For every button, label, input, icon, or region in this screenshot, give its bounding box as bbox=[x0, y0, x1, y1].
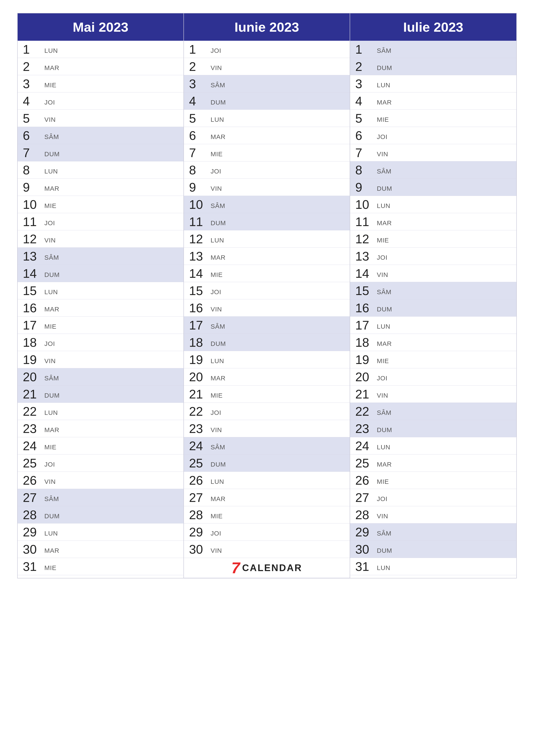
day-number: 28 bbox=[23, 509, 42, 521]
calendar-body: 1LUN2MAR3MIE4JOI5VIN6SÂM7DUM8LUN9MAR10MI… bbox=[18, 41, 516, 578]
day-name: LUN bbox=[211, 237, 224, 245]
day-row-0-6: 6SÂM bbox=[18, 127, 184, 144]
day-row-2-19: 19MIE bbox=[350, 351, 516, 368]
day-row-0-15: 15LUN bbox=[18, 282, 184, 299]
day-name: VIN bbox=[44, 116, 56, 124]
day-number: 15 bbox=[189, 284, 208, 297]
day-row-0-22: 22LUN bbox=[18, 403, 184, 420]
day-name: VIN bbox=[211, 426, 222, 435]
day-number: 17 bbox=[355, 319, 375, 332]
day-row-1-21: 21MIE bbox=[184, 386, 350, 403]
calendar-header: Mai 2023 Iunie 2023 Iulie 2023 bbox=[18, 14, 516, 41]
day-name: LUN bbox=[377, 202, 390, 211]
day-number: 31 bbox=[23, 560, 42, 573]
day-row-2-30: 30DUM bbox=[350, 541, 516, 558]
day-name: LUN bbox=[211, 116, 224, 124]
day-row-2-21: 21VIN bbox=[350, 386, 516, 403]
day-number: 18 bbox=[189, 336, 208, 349]
day-number: 4 bbox=[189, 95, 208, 107]
day-number: 11 bbox=[355, 216, 375, 228]
day-name: JOI bbox=[44, 340, 55, 349]
day-row-0-19: 19VIN bbox=[18, 351, 184, 368]
day-name: SÂM bbox=[377, 530, 392, 538]
day-name: MIE bbox=[211, 150, 223, 159]
day-row-0-24: 24MIE bbox=[18, 437, 184, 454]
day-number: 16 bbox=[355, 302, 375, 314]
day-row-1-11: 11DUM bbox=[184, 213, 350, 230]
day-number: 10 bbox=[189, 198, 208, 211]
day-name: MIE bbox=[44, 323, 56, 332]
logo-row: 7 CALENDAR bbox=[184, 558, 350, 578]
day-name: VIN bbox=[44, 478, 56, 487]
day-name: SÂM bbox=[44, 375, 59, 383]
day-name: MAR bbox=[211, 133, 226, 142]
day-row-0-20: 20SÂM bbox=[18, 368, 184, 386]
day-name: DUM bbox=[211, 219, 226, 228]
day-name: VIN bbox=[377, 512, 388, 521]
day-number: 27 bbox=[355, 491, 375, 504]
day-name: SÂM bbox=[377, 409, 392, 418]
day-name: MIE bbox=[211, 512, 223, 521]
day-name: SÂM bbox=[377, 288, 392, 297]
day-row-1-25: 25DUM bbox=[184, 454, 350, 472]
day-row-1-19: 19LUN bbox=[184, 351, 350, 368]
day-number: 9 bbox=[23, 181, 42, 194]
day-name: MAR bbox=[211, 495, 226, 504]
day-name: VIN bbox=[211, 64, 222, 73]
day-name: VIN bbox=[211, 306, 222, 314]
calendar-container: Mai 2023 Iunie 2023 Iulie 2023 1LUN2MAR3… bbox=[17, 13, 517, 579]
logo-seven-icon: 7 bbox=[232, 560, 240, 576]
day-number: 21 bbox=[23, 388, 42, 400]
day-name: DUM bbox=[377, 64, 392, 73]
day-number: 13 bbox=[23, 250, 42, 262]
day-number: 15 bbox=[23, 284, 42, 297]
day-number: 10 bbox=[355, 198, 375, 211]
day-row-0-11: 11JOI bbox=[18, 213, 184, 230]
day-name: DUM bbox=[44, 150, 60, 159]
day-row-1-23: 23VIN bbox=[184, 420, 350, 437]
day-number: 24 bbox=[355, 440, 375, 452]
day-row-0-29: 29LUN bbox=[18, 524, 184, 541]
day-row-2-9: 9DUM bbox=[350, 179, 516, 196]
day-number: 23 bbox=[189, 422, 208, 435]
day-name: JOI bbox=[211, 530, 221, 538]
day-name: LUN bbox=[377, 81, 390, 90]
day-row-2-28: 28VIN bbox=[350, 506, 516, 524]
day-number: 29 bbox=[23, 526, 42, 538]
day-number: 19 bbox=[355, 353, 375, 366]
day-name: MIE bbox=[377, 116, 389, 124]
day-row-2-12: 12MIE bbox=[350, 230, 516, 248]
day-row-2-22: 22SÂM bbox=[350, 403, 516, 420]
day-row-0-27: 27SÂM bbox=[18, 489, 184, 506]
day-number: 15 bbox=[355, 284, 375, 297]
day-number: 10 bbox=[23, 198, 42, 211]
day-row-1-10: 10SÂM bbox=[184, 196, 350, 213]
day-number: 14 bbox=[189, 267, 208, 280]
day-name: SÂM bbox=[44, 133, 59, 142]
day-row-0-26: 26VIN bbox=[18, 472, 184, 489]
day-row-1-2: 2VIN bbox=[184, 58, 350, 75]
day-number: 17 bbox=[23, 319, 42, 332]
month-header-iulie: Iulie 2023 bbox=[350, 14, 516, 41]
day-name: LUN bbox=[44, 47, 58, 56]
day-name: LUN bbox=[44, 288, 58, 297]
day-row-1-14: 14MIE bbox=[184, 265, 350, 282]
day-number: 1 bbox=[189, 43, 208, 56]
day-row-0-28: 28DUM bbox=[18, 506, 184, 524]
day-number: 19 bbox=[189, 353, 208, 366]
day-number: 8 bbox=[23, 164, 42, 176]
day-number: 20 bbox=[189, 371, 208, 383]
day-row-1-5: 5LUN bbox=[184, 110, 350, 127]
day-name: JOI bbox=[211, 47, 221, 56]
day-number: 7 bbox=[23, 147, 42, 159]
day-name: MIE bbox=[44, 564, 56, 573]
day-row-1-27: 27MAR bbox=[184, 489, 350, 506]
day-name: MIE bbox=[44, 444, 56, 452]
day-number: 1 bbox=[355, 43, 375, 56]
day-number: 12 bbox=[355, 233, 375, 245]
month-col-0: 1LUN2MAR3MIE4JOI5VIN6SÂM7DUM8LUN9MAR10MI… bbox=[18, 41, 184, 578]
day-name: JOI bbox=[44, 99, 55, 107]
day-number: 1 bbox=[23, 43, 42, 56]
day-row-1-18: 18DUM bbox=[184, 334, 350, 351]
day-row-2-1: 1SÂM bbox=[350, 41, 516, 58]
